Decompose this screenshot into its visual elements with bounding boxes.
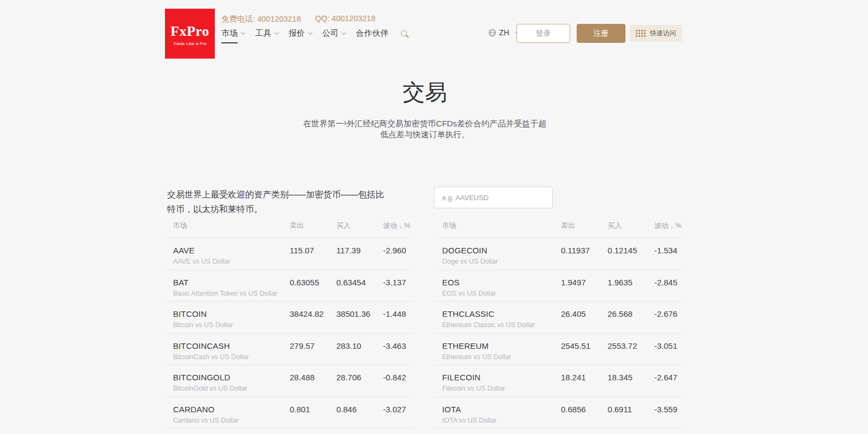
instrument-name: FILECOIN — [442, 373, 561, 382]
search-icon[interactable] — [401, 30, 407, 36]
buy-price: 0.12145 — [608, 238, 654, 256]
chevron-down-icon — [308, 30, 312, 35]
market-cell: BATBasic Attention Token vs US Dollar — [165, 270, 290, 298]
market-cell: CARDANOCardano vs US Dollar — [165, 397, 290, 425]
change-percent: -1.448 — [383, 302, 413, 319]
login-button[interactable]: 登录 — [516, 24, 570, 43]
table-row[interactable]: FILECOINFilecoin vs US Dollar18.24118.34… — [434, 365, 685, 397]
buy-price: 38501.36 — [336, 302, 383, 319]
buy-price: 0.6911 — [608, 397, 654, 414]
table-row[interactable]: BATBasic Attention Token vs US Dollar0.6… — [165, 270, 413, 302]
nav-item-quotes[interactable]: 报价 — [289, 28, 312, 39]
table-row[interactable]: ETHCLASSICEthereum Classic vs US Dollar2… — [434, 302, 685, 334]
instrument-name: BITCOINGOLD — [173, 373, 290, 382]
sell-price: 115.07 — [290, 238, 336, 256]
main-nav: 市场 工具 报价 公司 合作伙伴 — [221, 28, 407, 39]
language-label: ZH — [499, 28, 509, 37]
instrument-name: BITCOINCASH — [173, 341, 290, 351]
buy-price: 0.63454 — [336, 270, 383, 288]
column-header-sell: 卖出 — [561, 221, 608, 231]
column-header-change: 波动，% — [383, 221, 413, 231]
buy-price: 2553.72 — [608, 334, 654, 351]
buy-price: 28.706 — [336, 365, 383, 382]
table-row[interactable]: BITCOINCASHBitcoinCash vs US Dollar279.5… — [165, 334, 413, 366]
change-percent: -3.137 — [383, 270, 413, 288]
change-percent: -2.845 — [654, 270, 685, 288]
change-percent: -3.051 — [654, 334, 685, 351]
column-header-buy: 买入 — [608, 221, 654, 231]
page-container: FxPro Trade Like a Pro 免费电话: 4001203218 … — [165, 0, 685, 434]
change-percent: -3.559 — [654, 397, 685, 414]
instrument-name: CARDANO — [173, 405, 290, 414]
buy-price: 283.10 — [336, 334, 383, 351]
change-percent: -1.534 — [654, 238, 685, 256]
change-percent: -3.027 — [383, 397, 413, 414]
sell-price: 28.488 — [290, 365, 336, 382]
table-row[interactable]: BITCOINGOLDBitcoinGold vs US Dollar28.48… — [165, 365, 413, 397]
sell-price: 0.801 — [290, 397, 336, 414]
instrument-name: DOGECOIN — [442, 246, 561, 256]
chevron-down-icon — [241, 30, 245, 35]
crypto-table-left: 市场 卖出 买入 波动，% AAVEAAVE vs US Dollar115.0… — [165, 221, 413, 429]
buy-price: 117.39 — [336, 238, 383, 256]
table-header-row: 市场 卖出 买入 波动，% — [434, 221, 685, 238]
table-row[interactable]: ETHEREUMEthereum vs US Dollar2545.512553… — [434, 334, 685, 366]
intro-text: 交易世界上最受欢迎的资产类别——加密货币——包括比特币，以太坊和莱特币。 — [165, 187, 388, 216]
register-button[interactable]: 注册 — [577, 24, 626, 43]
sell-price: 1.9497 — [561, 270, 608, 288]
column-header-change: 波动，% — [654, 221, 685, 231]
nav-item-markets[interactable]: 市场 — [221, 28, 245, 39]
logo-title: FxPro — [165, 23, 215, 40]
column-header-sell: 卖出 — [290, 221, 336, 231]
change-percent: -2.960 — [383, 238, 413, 256]
language-switcher[interactable]: ZH — [488, 28, 519, 37]
market-cell: IOTAIOTA vs US Dollar — [434, 397, 561, 425]
instrument-description: AAVE vs US Dollar — [173, 257, 290, 266]
instrument-description: Bitcoin vs US Dollar — [173, 320, 290, 330]
instrument-description: Cardano vs US Dollar — [173, 416, 290, 425]
column-header-buy: 买入 — [336, 221, 383, 231]
table-header-row: 市场 卖出 买入 波动，% — [165, 221, 413, 238]
crypto-table-right: 市场 卖出 买入 波动，% DOGECOINDoge vs US Dollar0… — [434, 221, 685, 429]
phone-link[interactable]: 免费电话: 4001203218 — [221, 14, 301, 24]
sell-price: 38424.82 — [290, 302, 336, 319]
column-header-market: 市场 — [165, 221, 290, 231]
instrument-name: BAT — [173, 278, 290, 288]
market-cell: ETHEREUMEthereum vs US Dollar — [434, 334, 561, 362]
logo-tagline: Trade Like a Pro — [165, 41, 215, 46]
instrument-description: BitcoinGold vs US Dollar — [173, 384, 290, 393]
table-row[interactable]: BITCOINBitcoin vs US Dollar38424.8238501… — [165, 302, 413, 334]
table-row[interactable]: CARDANOCardano vs US Dollar0.8010.846-3.… — [165, 397, 413, 429]
change-percent: -3.463 — [383, 334, 413, 351]
change-percent: -2.676 — [654, 302, 685, 319]
table-row[interactable]: DOGECOINDoge vs US Dollar0.119370.12145-… — [434, 238, 685, 270]
symbol-search-input[interactable] — [434, 187, 553, 208]
quick-access-button[interactable]: 快速访问 — [630, 25, 682, 42]
chevron-down-icon — [342, 30, 346, 35]
nav-item-tools[interactable]: 工具 — [255, 28, 278, 39]
buy-price: 18.345 — [608, 365, 654, 382]
nav-item-company[interactable]: 公司 — [322, 28, 346, 39]
page-subtitle: 在世界第一¹外汇经纪商交易加密货币CFDs差价合约产品并受益于超低点差与快速订单… — [299, 118, 550, 140]
table-body: AAVEAAVE vs US Dollar115.07117.39-2.960B… — [165, 238, 413, 429]
table-row[interactable]: AAVEAAVE vs US Dollar115.07117.39-2.960 — [165, 238, 413, 270]
instrument-description: BitcoinCash vs US Dollar — [173, 352, 290, 362]
column-header-market: 市场 — [434, 221, 561, 231]
instrument-description: Basic Attention Token vs US Dollar — [173, 289, 290, 298]
instrument-description: Filecoin vs US Dollar — [442, 384, 561, 393]
instrument-name: AAVE — [173, 246, 290, 256]
market-cell: AAVEAAVE vs US Dollar — [165, 238, 290, 266]
table-row[interactable]: EOSEOS vs US Dollar1.94971.9635-2.845 — [434, 270, 685, 302]
fxpro-logo[interactable]: FxPro Trade Like a Pro — [165, 9, 215, 59]
market-cell: BITCOINBitcoin vs US Dollar — [165, 302, 290, 330]
nav-item-partners[interactable]: 合作伙伴 — [356, 28, 388, 39]
sell-price: 26.405 — [561, 302, 608, 319]
page-title: 交易 — [165, 78, 685, 107]
globe-icon — [488, 29, 496, 37]
qq-link[interactable]: QQ: 4001203218 — [315, 14, 375, 24]
sell-price: 0.6856 — [561, 397, 608, 414]
instrument-name: EOS — [442, 278, 561, 288]
instrument-description: Doge vs US Dollar — [442, 257, 561, 266]
table-row[interactable]: IOTAIOTA vs US Dollar0.68560.6911-3.559 — [434, 397, 685, 429]
market-cell: EOSEOS vs US Dollar — [434, 270, 561, 298]
